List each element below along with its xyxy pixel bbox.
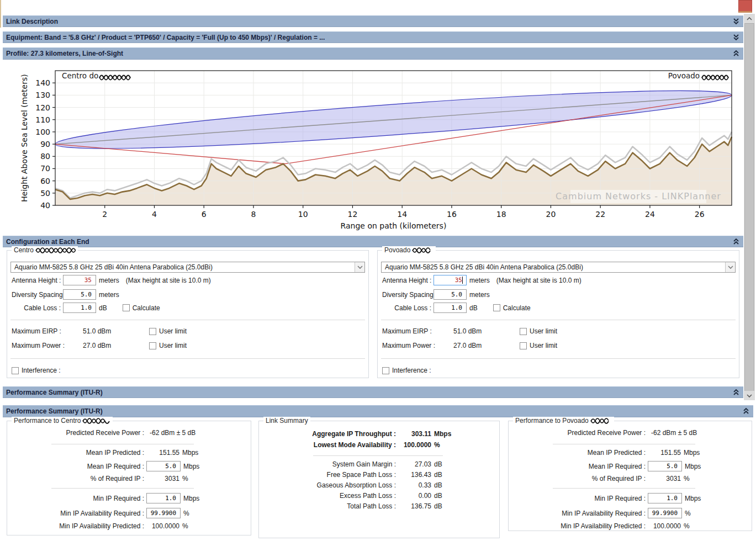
svg-text:18: 18 [496,210,506,219]
titlebar-strip [0,0,756,15]
row-label: Lowest Mode Availability : [263,441,396,449]
unit-label: dB [434,471,442,479]
svg-text:120: 120 [35,103,50,112]
svg-text:24: 24 [645,210,655,219]
separator [313,455,443,456]
pct-required-ip-row: % of Required IP : 3031 % [12,475,246,482]
row-label: Min IP Required : [513,495,646,502]
panel-header-profile[interactable]: Profile: 27.3 kilometers, Line-of-Sight [3,47,743,60]
row-label: Mean IP Required : [12,463,144,470]
chevron-double-up-icon[interactable] [732,50,740,57]
panel-header-link-description[interactable]: Link Description [3,15,743,27]
free-space-path-loss-row: Free Space Path Loss : 136.43 dB [263,471,495,479]
max-eirp-value: 51.0 dBm [453,327,520,335]
min-ip-required-input[interactable] [648,493,682,503]
scrollbar-thumb[interactable] [744,23,754,391]
user-limit-checkbox[interactable] [149,342,156,349]
interference-row: Interference : [12,367,364,374]
vertical-scrollbar[interactable] [744,14,755,400]
svg-text:Range on path (kilometers): Range on path (kilometers) [341,221,447,230]
svg-text:14: 14 [397,210,407,219]
mean-ip-required-input[interactable] [648,461,682,471]
path-profile-chart: Cambium Networks - LINKPlannerCentro doP… [3,60,743,234]
user-limit-checkbox[interactable] [149,328,156,335]
cable-loss-input[interactable] [433,303,467,313]
total-path-loss-row: Total Path Loss : 136.75 dB [263,502,495,510]
panel-title: Equipment: Band = '5.8 GHz' / Product = … [6,34,732,41]
unit-label: Mbps [685,463,701,470]
row-label: Min IP Availability Required : [513,510,646,517]
row-label: Predicted Receive Power : [12,429,144,437]
interference-checkbox[interactable] [12,367,19,374]
row-value: 3031 [144,475,179,482]
mean-ip-required-input[interactable] [146,461,181,471]
unit-label: meters [469,291,490,299]
chevron-double-down-icon[interactable] [732,18,740,25]
antenna-select[interactable]: Aquario MM-5825 5.8 GHz 25 dBi 40in Ante… [10,262,365,273]
user-limit-checkbox[interactable] [520,328,527,335]
unit-label: Mbps [183,495,199,502]
diversity-input[interactable] [63,289,96,300]
panel-header-performance-expanded[interactable]: Performance Summary (ITU-R) [3,405,753,417]
cable-loss-input[interactable] [63,303,96,313]
svg-text:110: 110 [35,115,50,124]
panel-header-configuration[interactable]: Configuration at Each End [3,236,743,247]
chevron-double-up-icon[interactable] [732,389,740,396]
chevron-double-up-icon[interactable] [742,407,750,415]
svg-text:Cambium Networks - LINKPlanner: Cambium Networks - LINKPlanner [556,191,721,201]
row-value: 100.0000 [396,441,431,449]
panel-title: Performance Summary (ITU-R) [6,407,742,415]
panel-header-equipment[interactable]: Equipment: Band = '5.8 GHz' / Product = … [3,31,743,43]
chevron-double-up-icon[interactable] [732,238,740,246]
unit-label: meters [99,277,119,284]
diversity-input[interactable] [433,289,467,300]
row-label: Min IP Availability Predicted : [513,522,646,530]
panel-header-performance-collapsed[interactable]: Performance Summary (ITU-R) [3,386,743,398]
row-label: Min IP Availability Predicted : [12,522,144,530]
chevron-down-icon[interactable] [355,262,364,272]
row-value: 136.43 [396,471,431,479]
calculate-checkbox[interactable] [123,304,130,311]
scroll-down-icon[interactable] [744,391,755,400]
unit-label: meters [469,277,490,284]
row-label: Aggregate IP Throughput : [263,430,396,438]
unit-label: dB [469,304,478,312]
unit-label: dB [434,481,442,489]
svg-text:20: 20 [546,210,556,219]
user-limit-label: User limit [530,342,557,349]
chevron-double-down-icon[interactable] [732,34,740,41]
panel-title: Performance Summary (ITU-R) [6,389,732,396]
min-ip-availability-required-input[interactable] [146,508,181,518]
max-power-value: 27.0 dBm [83,342,149,349]
close-button[interactable] [738,0,752,13]
interference-checkbox[interactable] [382,367,389,374]
unit-label: Mbps [183,463,199,470]
min-ip-availability-required-input[interactable] [648,508,682,518]
calculate-checkbox[interactable] [493,304,500,311]
separator [10,320,365,320]
antenna-select[interactable]: Aquario MM-5825 5.8 GHz 25 dBi 40in Ante… [381,262,736,273]
antenna-height-input[interactable] [63,275,96,285]
min-ip-required-input[interactable] [146,493,181,503]
row-label: Mean IP Predicted : [12,449,144,457]
mean-ip-required-row: Mean IP Required : Mbps [513,461,747,471]
antenna-height-row: Antenna Height : meters (Max height at s… [382,275,734,285]
antenna-height-input[interactable] [433,275,467,285]
diversity-row: Diversity Spacing : meters [382,289,734,300]
antenna-select-value: Aquario MM-5825 5.8 GHz 25 dBi 40in Ante… [11,263,355,271]
unit-label: % [182,475,188,482]
scroll-up-icon[interactable] [744,14,755,23]
row-value: 0.00 [396,492,431,500]
unit-label: Mbps [684,449,700,457]
row-label: Mean IP Predicted : [513,449,646,457]
svg-text:8: 8 [251,210,256,219]
link-summary-title: Link Summary [263,417,310,425]
row-value: 3031 [646,475,681,482]
unit-label: dB [434,460,442,468]
redacted-text [82,417,110,424]
cable-loss-label: Cable Loss : [382,304,431,312]
svg-text:40: 40 [40,201,50,210]
user-limit-checkbox[interactable] [520,342,527,349]
row-value: 0.33 [396,481,431,489]
chevron-down-icon[interactable] [725,262,735,272]
